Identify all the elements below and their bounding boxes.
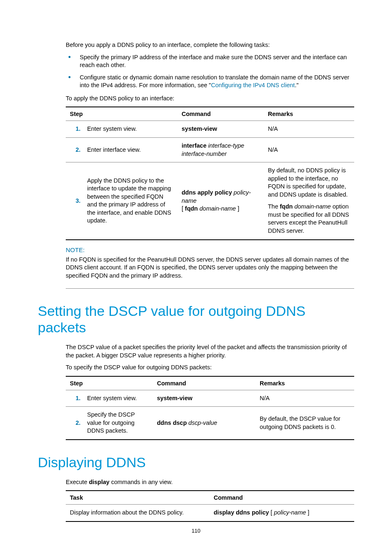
step-number: 1. (66, 121, 83, 138)
ddns-policy-table: Step Command Remarks 1. Enter system vie… (66, 107, 354, 240)
cmd-bold: display (89, 479, 109, 485)
cmd-bold: fqdn (280, 203, 293, 210)
col-remarks: Remarks (256, 376, 354, 390)
command-cell: system-view (178, 121, 264, 138)
note-text: If no FQDN is specified for the PeanutHu… (66, 256, 354, 280)
col-step: Step (66, 107, 178, 121)
command-cell: ddns dscp dscp-value (153, 407, 256, 440)
step-number: 2. (66, 407, 83, 440)
display-para: Execute display commands in any view. (66, 478, 354, 487)
step-desc: Enter system view. (83, 390, 153, 407)
table-row: 1. Enter system view. system-view N/A (66, 390, 354, 407)
cmd-bold: system-view (182, 125, 217, 132)
command-cell: ddns apply policy policy-name [ fqdn dom… (178, 162, 264, 240)
col-command: Command (210, 491, 354, 505)
remarks-para: The fqdn domain-name option must be spec… (268, 203, 350, 235)
command-cell: interface interface-type interface-numbe… (178, 137, 264, 162)
cmd-text: [ (182, 205, 185, 212)
step-desc: Specify the DSCP value for outgoing DDNS… (83, 407, 153, 440)
table-row: 2. Specify the DSCP value for outgoing D… (66, 407, 354, 440)
step-number: 2. (66, 137, 83, 162)
main-content: Before you apply a DDNS policy to an int… (66, 41, 354, 522)
intro-paragraph: Before you apply a DDNS policy to an int… (66, 41, 354, 49)
page-number: 110 (38, 528, 354, 533)
step-desc: Apply the DDNS policy to the interface t… (83, 162, 178, 240)
heading-dscp: Setting the DSCP value for outgoing DDNS… (38, 303, 354, 336)
dscp-para2: To specify the DSCP value for outgoing D… (66, 364, 354, 372)
text: Execute (66, 479, 89, 485)
cmd-bold: ddns apply policy (182, 189, 232, 196)
cmd-text: ] (236, 205, 239, 212)
cmd-italic: policy-name (274, 509, 306, 516)
dscp-para1: The DSCP value of a packet specifies the… (66, 343, 354, 359)
text: commands in any view. (109, 479, 173, 485)
step-number: 1. (66, 390, 83, 407)
cmd-bold: display ddns policy (214, 509, 269, 516)
cmd-text: ] (306, 509, 309, 516)
table-row: 1. Enter system view. system-view N/A (66, 121, 354, 138)
cmd-text: [ (269, 509, 274, 516)
cmd-italic: dscp-value (187, 419, 217, 426)
note-block: NOTE: If no FQDN is specified for the Pe… (66, 246, 354, 289)
task-cell: Display information about the DDNS polic… (66, 505, 210, 521)
col-remarks: Remarks (264, 107, 354, 121)
cmd-bold: interface (182, 142, 206, 149)
task-list: Specify the primary IP address of the in… (66, 53, 354, 90)
remarks-cell: N/A (264, 137, 354, 162)
remarks-cell: N/A (264, 121, 354, 138)
text: The (268, 203, 280, 210)
list-item: Specify the primary IP address of the in… (66, 53, 354, 70)
bullet-text-b: ." (295, 82, 298, 88)
cmd-bold: system-view (157, 395, 192, 401)
remarks-cell: By default, no DDNS policy is applied to… (264, 162, 354, 240)
step-number: 3. (66, 162, 83, 240)
table-row: 2. Enter interface view. interface inter… (66, 137, 354, 162)
table-row: 3. Apply the DDNS policy to the interfac… (66, 162, 354, 240)
col-command: Command (178, 107, 264, 121)
cmd-italic: domain-name (198, 205, 236, 212)
cmd-bold: fqdn (185, 205, 198, 212)
remarks-cell: N/A (256, 390, 354, 407)
step-desc: Enter system view. (83, 121, 178, 138)
command-cell: system-view (153, 390, 256, 407)
col-command: Command (153, 376, 256, 390)
col-step: Step (66, 376, 153, 390)
step-desc: Enter interface view. (83, 137, 178, 162)
command-cell: display ddns policy [ policy-name ] (210, 505, 354, 521)
list-item: Configure static or dynamic domain name … (66, 74, 354, 90)
cmd-italic: domain-name (293, 203, 331, 210)
display-table: Task Command Display information about t… (66, 490, 354, 522)
heading-displaying: Displaying DDNS (38, 454, 354, 471)
table-row: Display information about the DDNS polic… (66, 505, 354, 521)
link-ipv4-dns-client[interactable]: Configuring the IPv4 DNS client (211, 82, 295, 88)
note-label: NOTE: (66, 246, 354, 254)
remarks-cell: By default, the DSCP value for outgoing … (256, 407, 354, 440)
apply-paragraph: To apply the DDNS policy to an interface… (66, 95, 354, 103)
remarks-para: By default, no DDNS policy is applied to… (268, 167, 350, 199)
col-task: Task (66, 491, 210, 505)
dscp-table: Step Command Remarks 1. Enter system vie… (66, 376, 354, 440)
cmd-bold: ddns dscp (157, 419, 187, 426)
